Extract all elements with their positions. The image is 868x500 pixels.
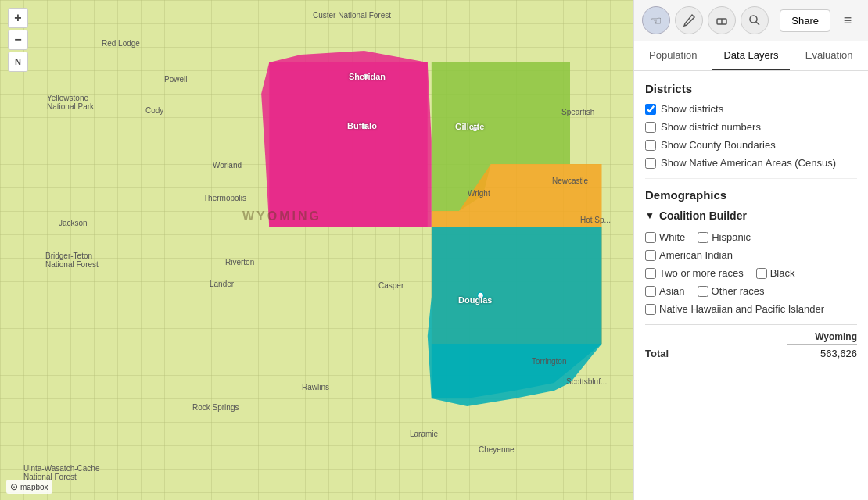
svg-point-9 bbox=[478, 292, 484, 298]
mapbox-logo: ⊙ mapbox bbox=[6, 480, 52, 494]
total-label: Total bbox=[645, 348, 787, 359]
native-hawaiian-item: Native Hawaiian and Pacific Islander bbox=[645, 303, 824, 315]
share-button[interactable]: Share bbox=[780, 9, 830, 32]
svg-line-13 bbox=[756, 22, 759, 25]
zoom-out-button[interactable]: − bbox=[8, 30, 28, 50]
asian-item: Asian bbox=[645, 285, 685, 297]
show-districts-checkbox[interactable] bbox=[645, 104, 656, 115]
show-district-numbers-label: Show district numbers bbox=[661, 121, 761, 133]
demographics-row-1: White Hispanic bbox=[645, 231, 857, 243]
other-races-label: Other races bbox=[712, 285, 765, 297]
demographics-title: Demographics bbox=[645, 188, 857, 202]
asian-label: Asian bbox=[659, 285, 685, 297]
native-hawaiian-checkbox[interactable] bbox=[645, 304, 656, 315]
american-indian-checkbox[interactable] bbox=[645, 250, 656, 261]
menu-button[interactable]: ≡ bbox=[835, 8, 860, 33]
hand-tool-button[interactable]: ☜ bbox=[642, 6, 670, 34]
coalition-builder-header: ▼ Coalition Builder bbox=[645, 209, 857, 222]
tab-bar: Population Data Layers Evaluation bbox=[634, 41, 868, 71]
show-native-american-checkbox[interactable] bbox=[645, 158, 656, 169]
black-label: Black bbox=[770, 267, 795, 279]
total-column-value: 563,626 bbox=[787, 348, 857, 359]
american-indian-label: American Indian bbox=[659, 249, 733, 261]
coalition-builder-label: Coalition Builder bbox=[659, 209, 747, 222]
white-checkbox[interactable] bbox=[645, 232, 656, 243]
native-hawaiian-label: Native Hawaiian and Pacific Islander bbox=[659, 303, 824, 315]
show-native-american-row: Show Native American Areas (Census) bbox=[645, 157, 857, 169]
svg-marker-5 bbox=[432, 344, 602, 406]
svg-marker-1 bbox=[261, 51, 432, 227]
show-districts-row: Show districts bbox=[645, 103, 857, 115]
demographics-row-5: Native Hawaiian and Pacific Islander bbox=[645, 303, 857, 315]
two-or-more-label: Two or more races bbox=[659, 267, 744, 279]
districts-layer bbox=[0, 0, 633, 500]
show-county-boundaries-label: Show County Boundaries bbox=[661, 139, 776, 151]
tab-evaluation[interactable]: Evaluation bbox=[790, 41, 868, 70]
coalition-arrow-icon: ▼ bbox=[645, 210, 655, 221]
svg-point-8 bbox=[472, 126, 478, 132]
demographics-row-3: Two or more races Black bbox=[645, 267, 857, 279]
svg-point-7 bbox=[361, 123, 368, 130]
tab-population[interactable]: Population bbox=[634, 41, 712, 70]
american-indian-item: American Indian bbox=[645, 249, 733, 261]
show-district-numbers-row: Show district numbers bbox=[645, 121, 857, 133]
panel-content: Districts Show districts Show district n… bbox=[634, 71, 868, 500]
total-column: Wyoming 563,626 bbox=[787, 331, 857, 359]
show-districts-label: Show districts bbox=[661, 103, 723, 115]
hispanic-label: Hispanic bbox=[712, 231, 751, 243]
demographics-row-4: Asian Other races bbox=[645, 285, 857, 297]
show-county-boundaries-row: Show County Boundaries bbox=[645, 139, 857, 151]
eraser-tool-button[interactable] bbox=[708, 6, 736, 34]
show-county-boundaries-checkbox[interactable] bbox=[645, 140, 656, 151]
map-controls: + − N bbox=[8, 8, 28, 72]
white-label: White bbox=[659, 231, 685, 243]
two-or-more-item: Two or more races bbox=[645, 267, 744, 279]
zoom-in-button[interactable]: + bbox=[8, 8, 28, 28]
pencil-tool-button[interactable] bbox=[675, 6, 703, 34]
show-native-american-label: Show Native American Areas (Census) bbox=[661, 157, 836, 169]
demographics-row-2: American Indian bbox=[645, 249, 857, 261]
show-district-numbers-checkbox[interactable] bbox=[645, 122, 656, 133]
search-tool-button[interactable] bbox=[741, 6, 769, 34]
toolbar: ☜ Share ≡ bbox=[634, 0, 868, 41]
other-races-checkbox[interactable] bbox=[698, 286, 708, 297]
map-area[interactable]: Custer National Forest Red Lodge Powell … bbox=[0, 0, 633, 500]
hispanic-item: Hispanic bbox=[698, 231, 751, 243]
total-row: Total Wyoming 563,626 bbox=[645, 324, 857, 359]
districts-title: Districts bbox=[645, 82, 857, 95]
section-divider bbox=[645, 178, 857, 179]
svg-point-6 bbox=[363, 73, 369, 80]
districts-section: Districts Show districts Show district n… bbox=[645, 82, 857, 169]
other-races-item: Other races bbox=[698, 285, 765, 297]
asian-checkbox[interactable] bbox=[645, 286, 656, 297]
hispanic-checkbox[interactable] bbox=[698, 232, 708, 243]
two-or-more-checkbox[interactable] bbox=[645, 268, 656, 279]
black-checkbox[interactable] bbox=[756, 268, 767, 279]
total-column-header: Wyoming bbox=[787, 331, 857, 345]
north-button[interactable]: N bbox=[8, 52, 28, 72]
right-panel: ☜ Share ≡ Population Data Layers Evaluat… bbox=[633, 0, 868, 500]
svg-point-12 bbox=[750, 16, 757, 23]
tab-data-layers[interactable]: Data Layers bbox=[712, 41, 791, 70]
white-item: White bbox=[645, 231, 685, 243]
black-item: Black bbox=[756, 267, 795, 279]
demographics-section: Demographics ▼ Coalition Builder White H… bbox=[645, 188, 857, 315]
